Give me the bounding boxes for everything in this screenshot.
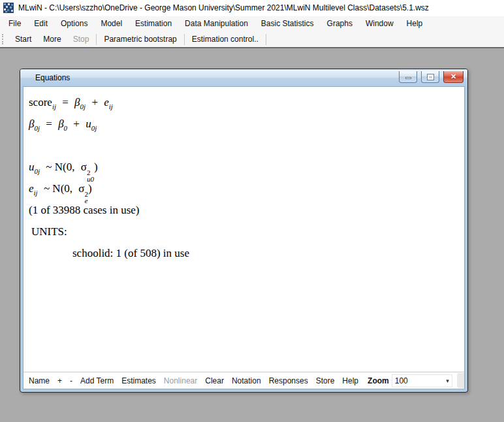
menu-window[interactable]: Window (359, 16, 400, 31)
menu-bar: File Edit Options Model Estimation Data … (0, 16, 504, 31)
notation-button[interactable]: Notation (228, 376, 265, 385)
more-button[interactable]: More (37, 32, 67, 46)
u0j-subscript: 0j (35, 167, 40, 175)
units-schoolid-text: schoolid: 1 (of 508) in use (29, 242, 464, 264)
main-window-title: MLwiN - C:\Users\szzho\OneDrive - George… (18, 3, 429, 12)
restore-button[interactable] (421, 71, 439, 83)
stop-button: Stop (67, 32, 95, 46)
name-button[interactable]: Name (25, 376, 54, 385)
menu-basic-statistics[interactable]: Basic Statistics (255, 16, 321, 31)
menu-graphs[interactable]: Graphs (321, 16, 359, 31)
minimize-icon (405, 77, 411, 79)
store-button[interactable]: Store (312, 376, 339, 385)
equations-window: Equations ✕ scoreij = β (20, 69, 468, 393)
cases-in-use-text: (1 of 33988 cases in use) (29, 199, 464, 221)
mlwin-application-window: MLwiN - C:\Users\szzho\OneDrive - George… (0, 0, 504, 422)
menu-model[interactable]: Model (94, 16, 129, 31)
toolbar-separator (96, 34, 97, 45)
main-titlebar[interactable]: MLwiN - C:\Users\szzho\OneDrive - George… (0, 0, 504, 16)
add-level-button[interactable]: + (54, 376, 66, 385)
close-paren: ) (94, 161, 98, 173)
equation-level2-distribution[interactable]: u0j ~ N(0, σ2u0) (29, 156, 464, 178)
toolbar-separator (184, 34, 185, 45)
add-term-button[interactable]: Add Term (76, 376, 118, 385)
equations-footer-toolbar: Name + - Add Term Estimates Nonlinear Cl… (23, 372, 465, 389)
beta0j-subscript: 0j (34, 124, 40, 132)
menu-data-manipulation[interactable]: Data Manipulation (178, 16, 255, 31)
beta0j-subscript: 0j (80, 103, 86, 110)
clear-button[interactable]: Clear (201, 376, 228, 385)
equations-titlebar[interactable]: Equations ✕ (20, 69, 467, 86)
footer-toolbar-filler (457, 373, 464, 388)
mdi-client-area: Equations ✕ scoreij = β (0, 48, 504, 422)
u0j-term: u (86, 118, 91, 130)
zoom-value: 100 (395, 376, 408, 385)
plus-sign: + (73, 118, 80, 130)
units-label: UNITS: (29, 221, 464, 242)
menu-edit[interactable]: Edit (27, 16, 54, 31)
close-button[interactable]: ✕ (443, 71, 464, 83)
u0j-term: u (29, 161, 35, 173)
equation-response-model[interactable]: scoreij = β0j + eij (29, 91, 464, 113)
normal-distribution: ~ N(0, (44, 182, 72, 195)
minimize-button[interactable] (399, 71, 417, 83)
help-button[interactable]: Help (338, 376, 362, 385)
beta0-subscript: 0 (64, 124, 68, 132)
equals-sign: = (62, 96, 69, 108)
menu-estimation[interactable]: Estimation (129, 16, 178, 31)
equations-content: scoreij = β0j + eij β0j = β0 + u0j u0j ~… (23, 86, 465, 372)
toolbar-grip-icon[interactable] (2, 34, 7, 44)
window-controls: ✕ (399, 71, 464, 83)
beta0j-term: β (74, 96, 80, 108)
response-subscript: ij (52, 103, 56, 110)
mlwin-app-icon (3, 3, 14, 13)
u0j-subscript: 0j (91, 124, 97, 132)
menu-options[interactable]: Options (54, 16, 94, 31)
sigma-u-term: σ (81, 161, 87, 173)
close-paren: ) (88, 182, 92, 195)
equations-window-title: Equations (35, 73, 399, 82)
close-icon: ✕ (450, 73, 456, 80)
residual-term: e (104, 96, 109, 108)
equation-intercept-model[interactable]: β0j = β0 + u0j (29, 113, 464, 135)
equation-level1-distribution[interactable]: eij ~ N(0, σ2e) (29, 178, 464, 199)
estimation-toolbar: Start More Stop Parametric bootstrap Est… (0, 31, 504, 47)
responses-button[interactable]: Responses (265, 376, 312, 385)
estimates-button[interactable]: Estimates (118, 376, 160, 385)
residual-subscript: ij (109, 103, 113, 110)
zoom-label: Zoom (362, 376, 392, 385)
zoom-dropdown[interactable]: 100 ▾ (392, 374, 452, 387)
response-term: score (29, 96, 52, 108)
toolbar-separator (266, 34, 266, 45)
menu-help[interactable]: Help (400, 16, 430, 31)
beta0-term: β (58, 118, 63, 130)
start-button[interactable]: Start (9, 32, 37, 46)
remove-level-button[interactable]: - (66, 376, 76, 385)
normal-distribution: ~ N(0, (46, 161, 74, 173)
nonlinear-button: Nonlinear (160, 376, 201, 385)
equals-sign: = (46, 118, 52, 130)
restore-icon (428, 74, 433, 80)
eij-subscript: ij (34, 189, 38, 197)
sigma-e-term: σ (78, 182, 84, 195)
parametric-bootstrap-button[interactable]: Parametric bootstrap (98, 32, 182, 46)
equation-blank-line (29, 135, 464, 156)
menu-file[interactable]: File (2, 16, 27, 31)
estimation-control-button[interactable]: Estimation control.. (186, 32, 264, 46)
plus-sign: + (91, 96, 98, 108)
chevron-down-icon: ▾ (446, 378, 449, 384)
eij-term: e (29, 182, 34, 195)
